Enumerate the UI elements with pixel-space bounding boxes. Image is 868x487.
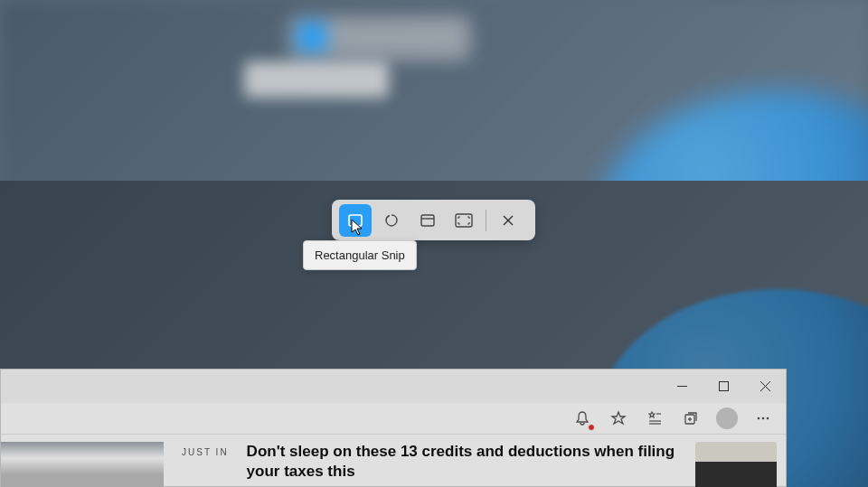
star-icon (610, 410, 627, 426)
news-content: JUST IN Don't sleep on these 13 credits … (1, 435, 786, 487)
svg-rect-4 (456, 214, 472, 227)
collections-icon (683, 410, 699, 426)
minimize-button[interactable] (661, 370, 703, 403)
close-icon (760, 381, 770, 391)
snip-toolbar-reflection (289, 16, 470, 60)
star-list-icon (646, 410, 663, 426)
window-title-bar (1, 370, 786, 403)
maximize-icon (719, 381, 729, 391)
maximize-button[interactable] (703, 370, 744, 403)
profile-button[interactable] (712, 403, 742, 434)
svg-point-18 (762, 417, 765, 420)
more-button[interactable] (748, 403, 778, 434)
svg-rect-2 (421, 215, 434, 226)
browser-toolbar (1, 403, 786, 435)
favorites-list-button[interactable] (639, 403, 670, 434)
svg-point-19 (767, 417, 769, 420)
close-icon (502, 214, 514, 227)
close-snip-button[interactable] (492, 204, 524, 237)
svg-rect-8 (719, 382, 728, 391)
article-text[interactable]: Don't sleep on these 13 credits and dedu… (247, 442, 677, 487)
fullscreen-icon (455, 213, 473, 228)
notifications-button[interactable] (567, 403, 598, 434)
article-side-image (695, 442, 777, 487)
favorite-button[interactable] (603, 403, 634, 434)
window-icon (420, 212, 436, 229)
avatar-icon (716, 407, 738, 429)
mouse-cursor (351, 219, 365, 237)
article-headline: Don't sleep on these 13 credits and dedu… (247, 442, 677, 482)
more-icon (755, 410, 771, 426)
tooltip-reflection (244, 61, 389, 98)
toolbar-divider (486, 210, 486, 231)
svg-point-1 (388, 215, 390, 217)
snip-tooltip: Rectangular Snip (303, 240, 417, 270)
browser-window: JUST IN Don't sleep on these 13 credits … (0, 369, 787, 487)
notification-badge (588, 424, 595, 431)
collections-button[interactable] (675, 403, 706, 434)
close-window-button[interactable] (744, 370, 786, 403)
article-thumbnail (1, 442, 164, 487)
just-in-badge: JUST IN (182, 442, 229, 457)
freeform-icon (383, 212, 400, 229)
svg-point-17 (758, 417, 760, 420)
fullscreen-snip-button[interactable] (448, 204, 480, 237)
window-snip-button[interactable] (411, 204, 444, 237)
freeform-snip-button[interactable] (375, 204, 408, 237)
minimize-icon (677, 381, 687, 391)
